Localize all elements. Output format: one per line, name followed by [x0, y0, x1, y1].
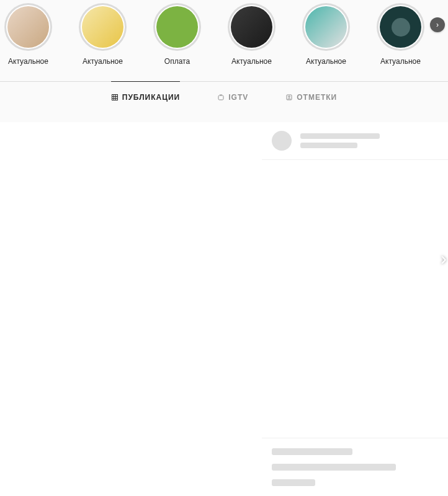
skeleton-line [300, 133, 380, 139]
highlight-label: Оплата [164, 57, 190, 66]
highlight-inner [81, 5, 125, 49]
svg-rect-0 [112, 95, 117, 100]
skeleton-line [272, 448, 352, 455]
post-modal-header [262, 122, 448, 160]
highlight-inner [304, 5, 348, 49]
grid-icon [111, 94, 119, 101]
highlight-item[interactable]: Актуальное [303, 3, 349, 66]
post-modal [0, 122, 448, 496]
profile-tabs: ПУБЛИКАЦИИ IGTV ОТМЕТКИ [0, 81, 448, 113]
highlight-thumbnail [82, 6, 123, 48]
highlight-label: Актуальное [380, 57, 421, 66]
skeleton-line [272, 464, 396, 471]
highlight-label: Актуальное [306, 57, 346, 66]
highlight-item[interactable]: Оплата [154, 3, 200, 66]
modal-next-button[interactable]: › [441, 248, 447, 269]
highlight-label: Актуальное [83, 57, 123, 66]
skeleton-line [272, 479, 315, 486]
tab-label: IGTV [228, 93, 248, 102]
highlight-ring [228, 3, 276, 51]
highlight-item[interactable]: Актуальное [228, 3, 275, 66]
igtv-icon [217, 94, 225, 101]
highlight-label: Актуальное [231, 57, 272, 66]
post-modal-sidebar [262, 122, 448, 496]
tagged-icon [285, 94, 293, 101]
highlight-label: Актуальное [8, 57, 48, 66]
svg-rect-5 [218, 95, 223, 100]
svg-point-7 [289, 96, 290, 98]
chevron-right-icon: › [436, 20, 439, 29]
post-modal-media[interactable] [0, 122, 262, 496]
highlights-next-button[interactable]: › [430, 17, 445, 32]
highlight-inner [6, 5, 50, 49]
tab-label: ПУБЛИКАЦИИ [122, 93, 180, 102]
tab-label: ОТМЕТКИ [297, 93, 337, 102]
highlight-thumbnail [156, 6, 198, 48]
tab-igtv[interactable]: IGTV [217, 81, 248, 113]
highlight-thumbnail [305, 6, 347, 48]
highlights-scroll: Актуальное Актуальное Оплата [0, 3, 424, 66]
highlight-thumbnail [7, 6, 49, 48]
highlight-item[interactable]: Актуальное [79, 3, 126, 66]
highlight-ring [79, 3, 127, 51]
highlight-inner [230, 5, 274, 49]
highlight-thumbnail [380, 6, 421, 48]
chevron-right-icon: › [441, 248, 447, 268]
highlight-inner [155, 5, 199, 49]
highlight-inner [379, 5, 423, 49]
tab-tagged[interactable]: ОТМЕТКИ [285, 81, 337, 113]
avatar-placeholder[interactable] [272, 131, 292, 151]
highlight-ring [153, 3, 201, 51]
highlight-ring [377, 3, 424, 51]
highlights-row: Актуальное Актуальное Оплата [0, 0, 448, 81]
highlight-item[interactable]: Актуальное [377, 3, 424, 66]
username-skeleton [300, 133, 380, 148]
post-modal-footer [262, 438, 448, 496]
highlight-item[interactable]: Актуальное [5, 3, 52, 66]
tab-posts[interactable]: ПУБЛИКАЦИИ [111, 81, 180, 113]
post-modal-comments [262, 160, 448, 438]
highlight-ring [4, 3, 52, 51]
highlight-thumbnail [231, 6, 272, 48]
highlight-ring [302, 3, 350, 51]
skeleton-line [300, 143, 357, 148]
